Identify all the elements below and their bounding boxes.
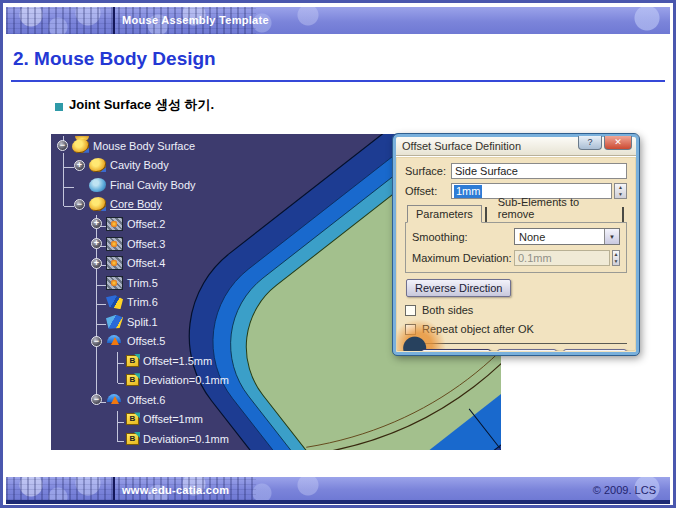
tab-separator <box>485 207 487 222</box>
preview-button[interactable]: Preview <box>563 349 627 351</box>
tree-item[interactable]: + Offset.4 <box>91 253 295 273</box>
parameter-icon: B <box>126 374 139 386</box>
banner-divider <box>113 477 115 500</box>
tree-item[interactable]: Trim.6 <box>91 292 295 312</box>
body-icon <box>89 158 106 172</box>
tree-item[interactable]: B Deviation=0.1mm <box>124 371 295 391</box>
bullet-square-icon <box>55 103 63 111</box>
tree-item-label: Offset=1mm <box>143 413 203 425</box>
dialog-title: Offset Surface Definition <box>402 140 521 152</box>
tree-item[interactable]: − Offset.5 <box>91 331 295 351</box>
dialog-tabs: Parameters Sub-Elements to remove <box>407 204 627 222</box>
tree-item-label: Core Body <box>110 198 162 210</box>
tab-separator <box>622 207 624 222</box>
parameter-icon: B <box>126 355 139 367</box>
body-icon <box>89 178 106 192</box>
tree-item-label: Trim.5 <box>127 277 158 289</box>
max-deviation-label: Maximum Deviation: <box>412 252 514 264</box>
offset-selected-text: 1mm <box>454 185 482 198</box>
tree-line <box>117 352 118 383</box>
globe-decoration <box>397 315 449 351</box>
tree-item[interactable]: B Offset=1.5mm <box>124 351 295 371</box>
parameter-letter: B <box>130 376 136 384</box>
tree-item[interactable]: B Offset=1mm <box>124 410 295 430</box>
tree-item-label: Offset.4 <box>127 257 165 269</box>
chevron-down-icon[interactable]: ▼ <box>604 229 619 244</box>
collapse-icon[interactable]: − <box>57 140 68 151</box>
tree-item-label: Offset.5 <box>127 335 165 347</box>
footer-site: www.edu-catia.com <box>122 484 229 496</box>
max-deviation-spinner: ▲ ▼ <box>612 250 620 266</box>
spin-up-icon: ▲ <box>613 251 619 258</box>
collapse-icon[interactable]: − <box>74 199 85 210</box>
help-icon[interactable]: ? <box>578 136 602 150</box>
offset-surface-icon <box>106 393 123 407</box>
tree-item[interactable]: − Mouse Body Surface <box>57 136 295 156</box>
tree-item[interactable]: + Offset.3 <box>91 234 295 254</box>
close-icon[interactable]: ✕ <box>604 136 632 150</box>
split-feature-icon <box>106 315 123 329</box>
expand-icon[interactable]: + <box>91 238 102 249</box>
spin-up-icon[interactable]: ▲ <box>615 184 626 191</box>
tree-item[interactable]: B Deviation=0.1mm <box>124 429 295 449</box>
tree-item[interactable]: − Core Body <box>74 195 295 215</box>
footer-banner: www.edu-catia.com © 2009. LCS <box>6 477 670 504</box>
offset-label: Offset: <box>405 185 451 197</box>
expand-icon[interactable]: + <box>74 160 85 171</box>
collapse-icon[interactable]: − <box>91 336 102 347</box>
body-icon <box>72 139 89 153</box>
parameter-letter: B <box>130 435 136 443</box>
tree-item[interactable]: Trim.5 <box>91 273 295 293</box>
offset-feature-icon <box>106 256 123 270</box>
parameter-icon: B <box>126 413 139 425</box>
tree-item[interactable]: Split.1 <box>91 312 295 332</box>
tree-item[interactable]: + Cavity Body <box>74 156 295 176</box>
body-icon <box>89 197 106 211</box>
tree-item-label: Offset.2 <box>127 218 165 230</box>
smoothing-dropdown[interactable]: None ▼ <box>514 228 620 245</box>
specification-tree: − Mouse Body Surface + Cavity Body Final… <box>55 136 295 449</box>
smoothing-label: Smoothing: <box>412 231 514 243</box>
tree-item-label: Deviation=0.1mm <box>143 374 229 386</box>
expand-icon[interactable]: + <box>91 218 102 229</box>
dialog-body: Surface: Offset: 1mm ▲ ▼ Parameters Sub-… <box>396 156 636 351</box>
surface-label: Surface: <box>405 165 451 177</box>
dialog-titlebar: Offset Surface Definition ? ✕ <box>396 137 636 156</box>
cancel-button[interactable]: Cancel <box>497 349 557 351</box>
tree-item-label: Split.1 <box>127 316 158 328</box>
tab-sub-elements[interactable]: Sub-Elements to remove <box>490 194 619 222</box>
trim-feature-icon <box>106 295 123 309</box>
page-title: 2. Mouse Body Design <box>13 48 216 70</box>
tree-item-label: Trim.6 <box>127 296 158 308</box>
ok-button[interactable]: OK <box>421 349 491 351</box>
tree-item[interactable]: − Offset.6 <box>91 390 295 410</box>
expand-icon[interactable]: + <box>91 258 102 269</box>
tree-item-label: Offset=1.5mm <box>143 355 212 367</box>
surface-input[interactable] <box>451 163 627 179</box>
parameter-letter: B <box>130 415 136 423</box>
parameter-letter: B <box>130 357 136 365</box>
collapse-icon[interactable]: − <box>91 394 102 405</box>
tree-item-label: Offset.6 <box>127 394 165 406</box>
both-sides-checkbox[interactable] <box>405 305 416 316</box>
tree-line <box>64 206 74 207</box>
tree-line <box>64 187 74 188</box>
tree-line <box>117 411 118 442</box>
offset-surface-definition-dialog: Offset Surface Definition ? ✕ Surface: O… <box>393 134 639 355</box>
tree-item-label: Deviation=0.1mm <box>143 433 229 445</box>
tree-line <box>63 153 64 206</box>
banner-divider <box>113 7 115 34</box>
tree-item[interactable]: + Offset.2 <box>91 214 295 234</box>
tree-item-label: Final Cavity Body <box>110 179 196 191</box>
reverse-direction-button[interactable]: Reverse Direction <box>406 279 511 297</box>
tree-item[interactable]: Final Cavity Body <box>74 175 295 195</box>
tree-item-label: Cavity Body <box>110 159 169 171</box>
slide: Mouse Assembly Template 2. Mouse Body De… <box>0 0 676 508</box>
parameters-panel: Smoothing: None ▼ Maximum Deviation: ▲ ▼ <box>405 222 627 273</box>
spin-down-icon: ▼ <box>613 258 619 265</box>
offset-feature-icon <box>106 217 123 231</box>
tab-parameters[interactable]: Parameters <box>407 205 482 223</box>
parameter-icon: B <box>126 433 139 445</box>
offset-feature-icon <box>106 237 123 251</box>
tree-item-label: Offset.3 <box>127 238 165 250</box>
